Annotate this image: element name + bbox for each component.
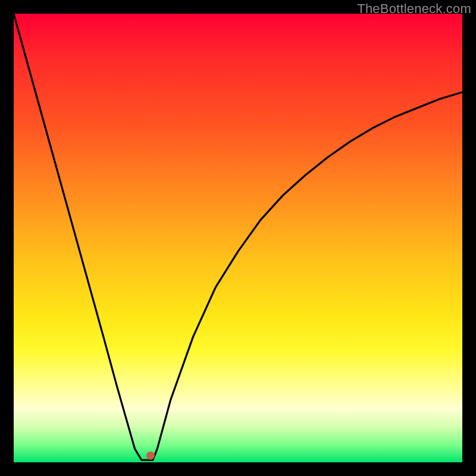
- curve-group: [14, 14, 462, 460]
- bottleneck-curve: [14, 14, 462, 460]
- chart-svg: [14, 14, 462, 462]
- curve-marker: [146, 452, 155, 460]
- watermark-text: TheBottleneck.com: [357, 1, 471, 17]
- chart-frame: TheBottleneck.com: [0, 0, 476, 476]
- plot-area: [14, 14, 462, 462]
